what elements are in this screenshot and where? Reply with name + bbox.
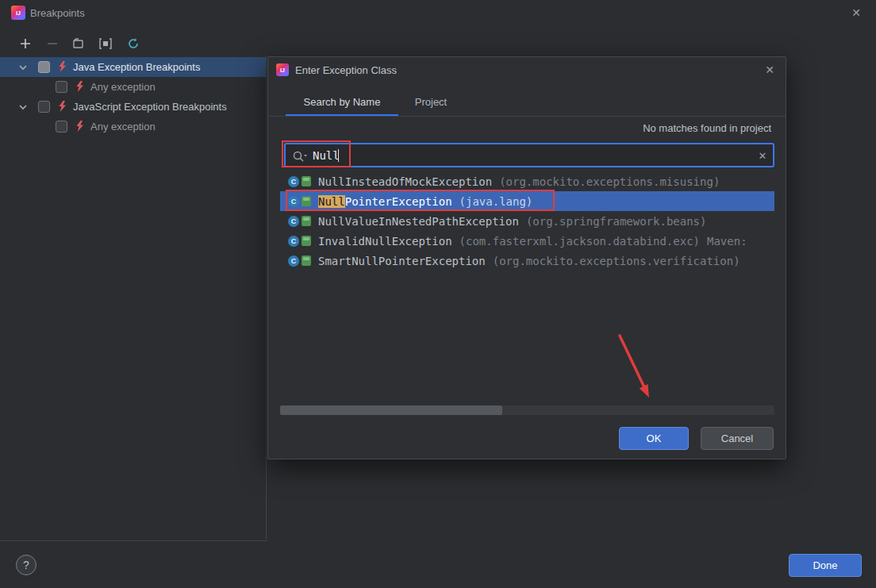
group-by-package-button[interactable] (124, 35, 143, 54)
window-titlebar: IJ Breakpoints ✕ (0, 0, 876, 25)
result-package: (com.fasterxml.jackson.databind.exc) (459, 235, 700, 248)
horizontal-scrollbar (280, 405, 774, 415)
intellij-logo-icon: IJ (276, 63, 289, 76)
result-row-selected[interactable]: C NullPointerException (java.lang) (280, 191, 774, 211)
dialog-titlebar: IJ Enter Exception Class ✕ (268, 57, 786, 83)
library-icon (302, 256, 311, 266)
help-button[interactable]: ? (16, 555, 36, 575)
library-icon (302, 176, 311, 186)
result-class-name: PointerException (345, 195, 452, 208)
tree-panel-border (266, 56, 267, 540)
group-by-file-button[interactable] (69, 35, 88, 54)
tree-item-java-exception-breakpoints[interactable]: Java Exception Breakpoints (0, 57, 267, 77)
tree-item-javascript-exception-breakpoints[interactable]: JavaScript Exception Breakpoints (0, 97, 267, 117)
text-caret (338, 149, 339, 162)
result-origin: Maven: (707, 235, 747, 248)
result-row[interactable]: C NullInsteadOfMockException (org.mockit… (280, 171, 774, 191)
chevron-down-icon[interactable] (17, 62, 29, 73)
result-row[interactable]: C NullValueInNestedPathException (org.sp… (280, 211, 774, 231)
group-by-class-icon (99, 37, 112, 52)
class-icon: C (288, 176, 299, 187)
result-class-name: SmartNullPointerException (318, 255, 486, 267)
search-field: ✕ (284, 143, 774, 167)
status-text: No matches found in project (643, 122, 771, 134)
group-by-class-button[interactable] (96, 35, 115, 54)
checkbox[interactable] (56, 121, 67, 133)
result-match-highlight: Null (318, 195, 345, 208)
chevron-down-icon[interactable] (17, 102, 29, 113)
exception-breakpoint-icon (74, 81, 85, 93)
exception-breakpoint-icon (56, 101, 67, 113)
tabs-divider (268, 116, 786, 117)
checkbox[interactable] (38, 61, 50, 73)
tree-item-label: Any exception (90, 81, 156, 93)
tree-item-label: Any exception (90, 121, 156, 133)
class-icon: C (288, 216, 299, 227)
group-by-package-icon (127, 37, 140, 52)
plus-icon (20, 38, 31, 52)
checkbox[interactable] (38, 101, 50, 113)
library-icon (302, 236, 311, 246)
result-class-name: InvalidNullException (318, 235, 452, 248)
remove-breakpoint-button[interactable] (43, 35, 62, 54)
minus-icon (47, 38, 58, 52)
window-close-button[interactable]: ✕ (846, 4, 866, 21)
tab-project[interactable]: Project (403, 90, 459, 117)
result-package: (org.springframework.beans) (526, 215, 707, 228)
tree-item-label: Java Exception Breakpoints (73, 61, 200, 73)
result-class-name: NullInsteadOfMockException (318, 175, 492, 188)
library-icon (302, 216, 311, 226)
scrollbar-thumb[interactable] (280, 405, 502, 415)
dialog-title: Enter Exception Class (295, 64, 397, 76)
tab-search-by-name[interactable]: Search by Name (286, 90, 398, 117)
window-title: Breakpoints (30, 7, 85, 19)
result-row[interactable]: C SmartNullPointerException (org.mockito… (280, 251, 774, 271)
checkbox[interactable] (56, 81, 67, 93)
result-class-name: NullValueInNestedPathException (318, 215, 519, 228)
done-button[interactable]: Done (789, 554, 862, 577)
tree-item-label: JavaScript Exception Breakpoints (73, 101, 227, 113)
intellij-logo-icon: IJ (11, 6, 25, 20)
class-icon: C (288, 256, 299, 267)
class-icon: C (288, 196, 299, 207)
tree-panel-border (0, 540, 267, 541)
cancel-button[interactable]: Cancel (701, 427, 774, 450)
class-icon: C (288, 236, 299, 247)
result-package: (org.mockito.exceptions.misusing) (499, 175, 720, 188)
tree-item-any-exception-java[interactable]: Any exception (0, 77, 267, 97)
clear-search-icon[interactable]: ✕ (754, 147, 771, 164)
exception-breakpoint-icon (56, 61, 67, 73)
add-breakpoint-button[interactable] (16, 35, 35, 54)
exception-breakpoint-icon (74, 121, 85, 133)
search-input[interactable] (286, 144, 773, 166)
ok-button[interactable]: OK (619, 427, 689, 450)
results-list: C NullInsteadOfMockException (org.mockit… (280, 171, 774, 271)
result-package: (java.lang) (459, 195, 533, 208)
enter-exception-class-dialog: IJ Enter Exception Class ✕ Search by Nam… (267, 56, 786, 459)
dialog-close-button[interactable]: ✕ (760, 61, 779, 79)
group-by-file-icon (72, 37, 85, 52)
library-icon (302, 196, 311, 206)
breakpoints-window: IJ Breakpoints ✕ (0, 0, 876, 588)
tree-item-any-exception-javascript[interactable]: Any exception (0, 117, 267, 136)
result-row[interactable]: C InvalidNullException (com.fasterxml.ja… (280, 231, 774, 251)
result-package: (org.mockito.exceptions.verification) (493, 255, 740, 267)
